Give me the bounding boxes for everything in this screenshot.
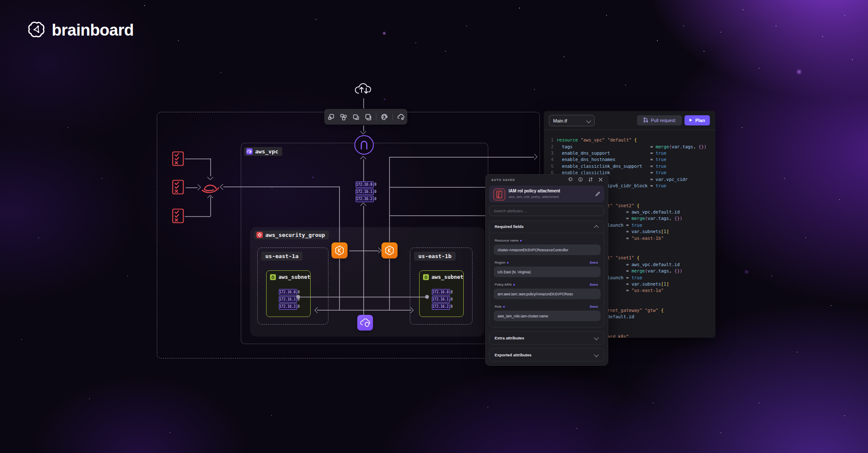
required-dot: [503, 306, 505, 308]
subnet-label: aws_subnet: [431, 274, 463, 280]
copy-icon[interactable]: [351, 113, 360, 121]
line-number: 1: [547, 137, 554, 143]
role-input[interactable]: aws_iam_role.iam-cluster.name: [494, 311, 601, 321]
code-line: = aws_vpc.default.id: [607, 209, 680, 215]
required-dot: [520, 240, 522, 242]
cidr-chip[interactable]: 172.16.0.0: [432, 289, 450, 295]
code-line: = var.vpc_cidr: [607, 176, 688, 182]
palette-icon[interactable]: [380, 113, 389, 121]
az-b-label-chip[interactable]: us-east-1b: [414, 252, 456, 261]
search-attributes-input[interactable]: Search attributes....: [489, 206, 604, 216]
code-line: ard k8s": [607, 333, 629, 338]
connector: [185, 158, 211, 159]
code-line: ipv6_cidr_block = true: [607, 183, 666, 189]
connector: [349, 250, 379, 251]
az-a-label: us-east-1a: [265, 253, 298, 259]
brainboard-app: brainboard: [0, 0, 868, 453]
plan-label: Plan: [695, 118, 705, 123]
line-number: 5: [547, 163, 554, 169]
az-a-label-chip[interactable]: us-east-1a: [261, 252, 303, 261]
checklist-node[interactable]: [172, 208, 184, 223]
internet-gateway-icon[interactable]: [357, 315, 373, 331]
panel-header-icons: [568, 177, 603, 182]
connector: [185, 216, 211, 217]
extra-attributes-section[interactable]: Extra attributes: [489, 331, 604, 345]
code-line: = "us-east-1b": [607, 235, 664, 241]
code-line: launch = true: [607, 275, 642, 281]
chevron-down-icon: [594, 352, 598, 357]
connector-dot: [296, 295, 300, 299]
cidr-chip[interactable]: 172.16.1.0: [279, 296, 297, 303]
checklist-node[interactable]: [172, 151, 184, 166]
eks-icon[interactable]: [331, 242, 348, 258]
pull-request-button[interactable]: Pull request: [637, 115, 682, 125]
subnet-label: aws_subnet: [278, 274, 310, 280]
cidr-chip[interactable]: 172.16.0.0: [279, 289, 297, 295]
vpc-label-chip[interactable]: aws_vpc: [244, 147, 282, 156]
duplicate-icon[interactable]: [364, 113, 372, 121]
cidr-chip[interactable]: 172.16.1.0: [432, 296, 450, 303]
connector: [299, 297, 428, 297]
brain-icon: [27, 20, 47, 40]
policy-arn-input[interactable]: arn:aws:iam::aws:policy/AmazonEKSVPCReso: [494, 289, 601, 299]
group-icon[interactable]: [339, 113, 348, 121]
toolbar-divider: [392, 114, 393, 120]
required-fields-section: Required fields Resource name cluster-Am…: [489, 221, 604, 328]
cidr-chip[interactable]: 172.16.2.0: [432, 303, 450, 310]
exported-attributes-title: Exported attributes: [495, 353, 531, 357]
hub-icon[interactable]: [354, 135, 374, 155]
docs-link[interactable]: Docs: [590, 305, 598, 308]
required-fields-title: Required fields: [495, 224, 524, 229]
file-select[interactable]: Main.tf: [549, 115, 595, 126]
undo-icon[interactable]: [568, 177, 573, 182]
connector: [389, 259, 390, 310]
checklist-node[interactable]: [172, 180, 184, 195]
field-label: Region: [495, 261, 509, 264]
docs-link[interactable]: Docs: [590, 261, 598, 264]
region-input[interactable]: US East (N. Virginia): [494, 267, 601, 277]
field-label: Role: [495, 305, 505, 308]
vpc-icon: [246, 148, 253, 155]
cloud-sync-icon[interactable]: [353, 81, 374, 99]
code-line: rnet_gateway" "gtw" {: [607, 307, 664, 313]
line-number: 3: [547, 150, 554, 156]
connector: [389, 187, 487, 188]
compare-icon[interactable]: [588, 177, 593, 182]
cloud-settings-icon[interactable]: [397, 113, 405, 121]
connector: [317, 310, 411, 311]
resource-title-card: IAM rol policy attachment aws_iam_role_p…: [489, 186, 604, 203]
edit-icon[interactable]: [595, 191, 600, 198]
code-line: enable_dns_hostnames = true: [556, 156, 666, 162]
checklist-icon: [493, 189, 505, 200]
file-name: Main.tf: [553, 118, 567, 123]
background-purple-stars: [0, 0, 1, 1]
code-line: tags = merge(var.tags, {}): [556, 144, 707, 150]
required-fields-header[interactable]: Required fields: [490, 221, 604, 233]
connector: [223, 186, 339, 187]
field-label: Resource name: [495, 239, 522, 242]
lock-icon: [270, 274, 276, 280]
info-icon[interactable]: [578, 177, 583, 182]
plan-button[interactable]: Plan: [684, 115, 710, 125]
close-icon[interactable]: [598, 178, 603, 182]
connector: [339, 259, 340, 310]
pull-request-label: Pull request: [651, 118, 675, 123]
lock-icon: [423, 274, 429, 280]
docs-link[interactable]: Docs: [590, 283, 598, 286]
cidr-chip[interactable]: 172.16.2.0: [356, 196, 374, 202]
send-backward-icon[interactable]: [327, 113, 335, 121]
exported-attributes-section[interactable]: Exported attributes: [489, 348, 604, 362]
security-group-label-chip[interactable]: aws_security_group: [254, 231, 329, 239]
cidr-chip[interactable]: 172.16.2.0: [279, 303, 297, 310]
eks-icon[interactable]: [381, 242, 398, 258]
chevron-up-icon: [594, 225, 598, 230]
cidr-chip[interactable]: 172.16.0.0: [356, 181, 374, 188]
pull-request-icon: [643, 117, 648, 123]
autosave-status: AUTO SAVED: [491, 178, 515, 182]
cidr-chip[interactable]: 172.16.1.0: [356, 189, 374, 195]
chevron-down-icon: [594, 335, 598, 340]
code-line: = merge(var.tags, {}): [607, 215, 682, 221]
code-line: enable_dns_support = true: [556, 150, 666, 156]
red-hat-icon[interactable]: [200, 181, 220, 197]
resource-name-input[interactable]: cluster-AmazonEKSVPCResourceController: [494, 245, 601, 255]
